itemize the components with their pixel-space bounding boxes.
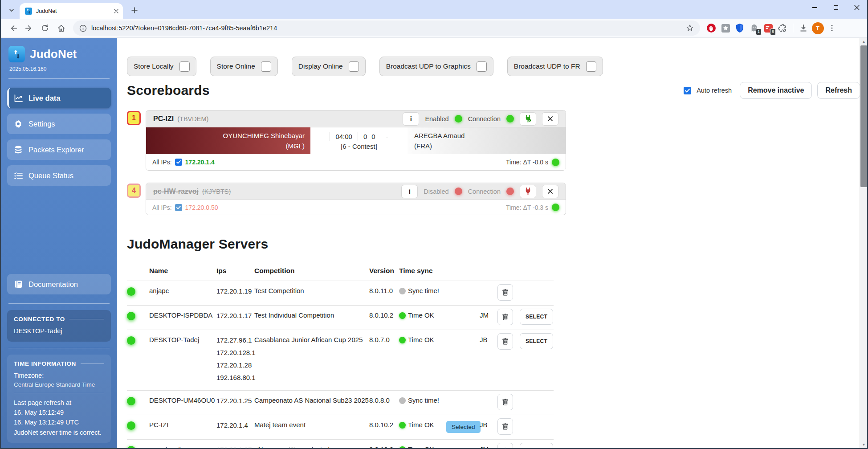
download-icon <box>799 24 808 33</box>
sidebar-item-live-data[interactable]: Live data <box>7 88 111 108</box>
adblock-extension-icon[interactable] <box>705 21 718 35</box>
toggle-checkbox[interactable] <box>586 61 596 72</box>
site-info-icon[interactable] <box>79 24 87 32</box>
url-bar[interactable]: localhost:5220/?token=0196cd60-7081-7ca4… <box>73 20 700 36</box>
time-delta: Time: ΔT -0.0 s <box>506 159 548 166</box>
toggle-checkbox[interactable] <box>179 61 190 72</box>
tab-search-button[interactable] <box>5 4 18 16</box>
server-status-cell <box>127 330 149 391</box>
bookmark-star-icon[interactable] <box>686 24 694 32</box>
toggle-checkbox[interactable] <box>261 61 271 72</box>
server-delete-cell <box>497 415 520 440</box>
sidebar-item-documentation[interactable]: Documentation <box>7 274 111 294</box>
sidebar-divider <box>8 78 110 79</box>
toggle-broadcast-udp-to-fr[interactable]: Broadcast UDP to FR <box>507 57 603 76</box>
reload-button[interactable] <box>37 20 53 36</box>
server-ip: 172.20.1.28 <box>216 361 254 370</box>
connection-label: Connection <box>468 115 501 122</box>
connect-plug-button[interactable] <box>520 185 536 198</box>
all-ips-label: All IPs: <box>152 159 172 166</box>
remove-inactive-button[interactable]: Remove inactive <box>740 82 812 99</box>
server-name: DESKTOP-Tadej <box>149 330 216 391</box>
select-server-button[interactable]: Select <box>520 443 553 448</box>
home-button[interactable] <box>53 20 69 36</box>
ghostery-extension-icon[interactable]: 1 <box>747 21 761 35</box>
servers-table-head: NameIpsCompetitionVersionTime sync <box>127 262 554 281</box>
browser-window: JudoNet localhost:5220/?toke <box>0 0 868 449</box>
server-ips: 172.20.1.17 <box>216 306 254 330</box>
time-delta: Time: ΔT -0.3 s <box>506 204 548 211</box>
extensions-menu-icon[interactable] <box>776 21 789 35</box>
disconnect-plug-button[interactable] <box>520 112 536 126</box>
profile-avatar[interactable]: T <box>811 21 824 35</box>
star-box-extension-icon[interactable] <box>719 21 732 35</box>
scoreboard-4: 4 pc-HW-razvoj (KJYBTS) i Disabled Conne… <box>127 183 860 215</box>
forward-button[interactable] <box>21 20 37 36</box>
browser-menu-button[interactable] <box>825 21 839 35</box>
enabled-status-dot <box>455 188 462 195</box>
page-scrollbar[interactable]: ▲ ▼ <box>860 38 867 448</box>
select-server-button[interactable]: Select <box>520 333 553 349</box>
check-icon <box>176 206 181 209</box>
browser-tab[interactable]: JudoNet <box>20 3 123 19</box>
close-icon <box>548 189 553 194</box>
back-button[interactable] <box>5 20 20 36</box>
close-button[interactable] <box>846 0 867 15</box>
server-status-cell <box>127 415 149 440</box>
maximize-button[interactable] <box>825 0 846 15</box>
delete-server-button[interactable] <box>497 333 513 350</box>
select-server-button[interactable]: Select <box>520 309 553 325</box>
col-competition: Competition <box>254 262 369 281</box>
server-online-dot <box>127 312 135 320</box>
forward-arrow-icon <box>25 24 33 33</box>
minimize-button[interactable] <box>804 0 825 15</box>
new-tab-button[interactable] <box>128 4 141 16</box>
toggle-broadcast-udp-to-graphics[interactable]: Broadcast UDP to Graphics <box>379 57 493 76</box>
info-button[interactable]: i <box>401 185 418 198</box>
sidebar-item-packets-explorer[interactable]: Packets Explorer <box>7 139 111 160</box>
server-row-desktop-ispdbda: DESKTOP-ISPDBDA172.20.1.17Test Individua… <box>127 306 554 330</box>
remove-scoreboard-button[interactable] <box>542 185 558 198</box>
sidebar-item-queue-status[interactable]: Queue Status <box>7 165 111 186</box>
ghostery-badge: 1 <box>756 29 762 35</box>
time-sync-text: Time OK <box>408 421 434 429</box>
toggle-checkbox[interactable] <box>349 61 359 72</box>
maximize-icon <box>834 5 838 10</box>
auto-refresh-checkbox[interactable] <box>684 87 691 94</box>
toggle-store-locally[interactable]: Store Locally <box>127 57 196 76</box>
star-box-icon <box>721 24 730 33</box>
server-status-cell <box>127 391 149 415</box>
toggle-label: Broadcast UDP to Graphics <box>386 62 471 70</box>
tab-close-icon[interactable] <box>114 9 118 13</box>
toggle-checkbox[interactable] <box>477 61 487 72</box>
sidebar-item-settings[interactable]: Settings <box>7 114 111 134</box>
ip-checkbox[interactable] <box>175 204 182 211</box>
scrollbar-up-arrow[interactable]: ▲ <box>860 38 868 45</box>
scrollbar-thumb[interactable] <box>860 45 867 187</box>
downloads-button[interactable] <box>797 21 810 35</box>
delete-server-button[interactable] <box>497 443 513 448</box>
toggle-store-online[interactable]: Store Online <box>210 57 278 76</box>
ip-checkbox[interactable] <box>175 159 182 166</box>
delete-server-button[interactable] <box>497 284 513 301</box>
app-name: JudoNet <box>30 47 77 61</box>
time-sync-wrap: Time OK <box>399 336 446 343</box>
refresh-button[interactable]: Refresh <box>817 82 860 99</box>
delete-server-button[interactable] <box>497 418 513 435</box>
delete-server-button[interactable] <box>497 394 513 410</box>
time-sync-wrap: Sync time! <box>399 287 446 294</box>
sidebar-item-label: Packets Explorer <box>29 146 84 154</box>
info-button[interactable]: i <box>403 112 419 126</box>
toggle-display-online[interactable]: Display Online <box>292 57 366 76</box>
scrollbar-down-arrow[interactable]: ▼ <box>860 441 868 448</box>
close-icon <box>548 116 553 121</box>
delete-server-button[interactable] <box>497 309 513 325</box>
server-time-sync: Sync time! <box>399 391 446 415</box>
server-ips: 172.20.1.4 <box>216 415 254 440</box>
server-competition: Campeonato AS Nacional Sub23 2025 <box>254 391 369 415</box>
scoreboard-1: 1 PC-IZI (TBVDEM) i Enabled Connection <box>127 110 860 171</box>
tab-title: JudoNet <box>36 8 110 14</box>
remove-scoreboard-button[interactable] <box>542 112 558 126</box>
shield-extension-icon[interactable] <box>733 21 746 35</box>
blocker-extension-icon[interactable]: 8 <box>762 21 775 35</box>
